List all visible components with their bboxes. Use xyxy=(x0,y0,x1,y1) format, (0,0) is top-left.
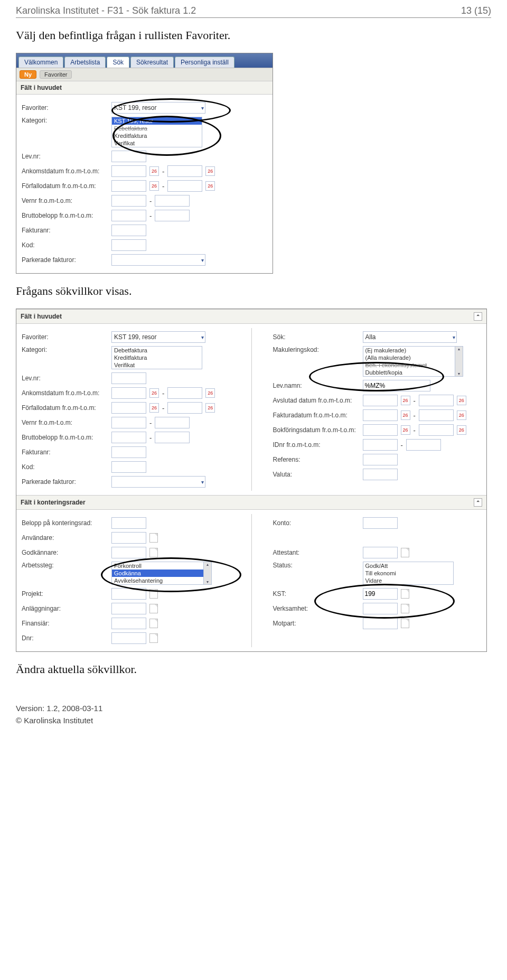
document-header: Karolinska Institutet - F31 - Sök faktur… xyxy=(16,5,491,18)
chevron-down-icon: ▾ xyxy=(201,105,204,111)
doc-title: Karolinska Institutet - F31 - Sök faktur… xyxy=(16,5,196,16)
favoriter-select[interactable]: KST 199, resor ▾ xyxy=(111,102,205,114)
lookup-icon[interactable] xyxy=(401,619,409,628)
section-falt-i-huvudet-2: Fält i huvudet ⌃ xyxy=(16,309,486,324)
lookup-icon[interactable] xyxy=(149,548,158,557)
favoriter-button[interactable]: Favoriter xyxy=(40,70,72,79)
label-favoriter: Favoriter: xyxy=(22,104,111,111)
calendar-icon[interactable]: 26 xyxy=(205,388,215,398)
tab-valkommen[interactable]: Välkommen xyxy=(18,57,63,68)
chevron-down-icon: ▾ xyxy=(201,479,204,485)
calendar-icon[interactable]: 26 xyxy=(457,396,466,405)
chevron-down-icon: ▾ xyxy=(201,334,204,340)
lookup-icon[interactable] xyxy=(149,633,158,643)
levnamn-input[interactable] xyxy=(363,380,430,391)
status-listbox[interactable]: Godk/Att Till ekonomi Vidare xyxy=(363,562,454,585)
scrollbar[interactable]: ▴▾ xyxy=(204,562,212,585)
lookup-icon[interactable] xyxy=(149,619,158,628)
calendar-icon[interactable]: 26 xyxy=(457,425,466,435)
tab-sokresultat[interactable]: Sökresultat xyxy=(130,57,174,68)
section-falt-i-huvudet: Fält i huvudet xyxy=(16,81,273,95)
calendar-icon[interactable]: 26 xyxy=(149,181,159,191)
calendar-icon[interactable]: 26 xyxy=(401,396,410,405)
ny-button[interactable]: Ny xyxy=(20,70,36,79)
tab-arbetslista[interactable]: Arbetslista xyxy=(64,57,106,68)
chevron-down-icon: ▾ xyxy=(201,257,204,263)
tab-personliga[interactable]: Personliga inställ xyxy=(175,57,234,68)
screenshot-sokvillkor: Fält i huvudet ⌃ Favoriter:KST 199, reso… xyxy=(16,309,487,652)
lookup-icon[interactable] xyxy=(149,533,158,543)
lookup-icon[interactable] xyxy=(401,548,409,557)
scrollbar[interactable]: ▴▾ xyxy=(455,346,463,377)
collapse-icon[interactable]: ⌃ xyxy=(474,498,482,507)
parkerade-select[interactable]: ▾ xyxy=(111,476,205,488)
mid-text: Frågans sökvillkor visas. xyxy=(16,284,491,298)
tab-sok[interactable]: Sök xyxy=(107,57,129,68)
calendar-icon[interactable]: 26 xyxy=(401,425,410,435)
version-text: Version: 1.2, 2008-03-11 xyxy=(16,703,491,715)
lookup-icon[interactable] xyxy=(401,589,409,599)
calendar-icon[interactable]: 26 xyxy=(149,388,159,398)
kategori-listbox[interactable]: KST 199, resor Debetfaktura Kreditfaktur… xyxy=(111,117,202,147)
kategori-listbox[interactable]: Debetfaktura Kreditfaktura Verifikat xyxy=(111,346,202,369)
kst-input[interactable] xyxy=(363,588,398,600)
calendar-icon[interactable]: 26 xyxy=(205,166,215,176)
levnr-input[interactable] xyxy=(111,151,146,162)
screenshot-favoriter-dropdown: Välkommen Arbetslista Sök Sökresultat Pe… xyxy=(16,53,273,274)
tab-bar: Välkommen Arbetslista Sök Sökresultat Pe… xyxy=(16,53,273,68)
footer: Version: 1.2, 2008-03-11 Karolinska Inst… xyxy=(16,703,491,726)
calendar-icon[interactable]: 26 xyxy=(205,181,215,191)
calendar-icon[interactable]: 26 xyxy=(401,410,410,420)
copyright: Karolinska Institutet xyxy=(16,715,491,727)
label-kategori: Kategori: xyxy=(22,117,111,124)
outro-text: Ändra aktuella sökvillkor. xyxy=(16,662,491,676)
lookup-icon[interactable] xyxy=(401,604,409,613)
collapse-icon[interactable]: ⌃ xyxy=(474,312,482,321)
page-number: 13 (15) xyxy=(461,5,491,16)
arbetssteg-listbox[interactable]: Förkontroll Godkänna Avvikelsehantering xyxy=(111,562,204,585)
calendar-icon[interactable]: 26 xyxy=(149,166,159,176)
calendar-icon[interactable]: 26 xyxy=(457,410,466,420)
calendar-icon[interactable]: 26 xyxy=(205,403,215,413)
makulering-listbox[interactable]: (Ej makulerade) (Alla makulerade) Beh. i… xyxy=(363,346,455,377)
lookup-icon[interactable] xyxy=(149,604,158,613)
intro-text: Välj den befintliga frågan i rullisten F… xyxy=(16,29,491,42)
calendar-icon[interactable]: 26 xyxy=(149,403,159,413)
parkerade-select[interactable]: ▾ xyxy=(111,254,205,266)
favoriter-select[interactable]: KST 199, resor▾ xyxy=(111,331,205,343)
section-falt-i-konteringsrader: Fält i konteringsrader ⌃ xyxy=(16,495,486,510)
sok-select[interactable]: Alla▾ xyxy=(363,331,457,343)
lookup-icon[interactable] xyxy=(149,589,158,599)
chevron-down-icon: ▾ xyxy=(453,334,455,340)
